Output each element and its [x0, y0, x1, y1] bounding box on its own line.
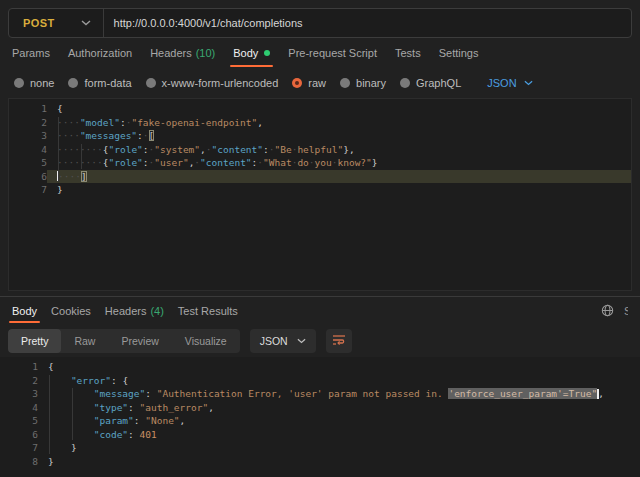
view-tab-raw[interactable]: Raw	[61, 329, 108, 353]
code-line: 2····"model":·"fake-openai-endpoint",	[9, 116, 631, 130]
indent-guide	[72, 388, 73, 440]
clipped-status-text: S	[624, 305, 628, 317]
url-input[interactable]: http://0.0.0.0:4000/v1/chat/completions	[104, 9, 631, 37]
whitespace-dots: ········	[57, 144, 103, 155]
tab-label: Body	[12, 305, 37, 317]
line-number: 1	[9, 102, 47, 116]
code-token: },	[343, 144, 354, 155]
raw-format-selector[interactable]: JSON	[487, 77, 532, 89]
code-token: "type"	[94, 402, 128, 413]
response-tab-body[interactable]: Body	[12, 297, 37, 324]
radio-label: GraphQL	[416, 77, 461, 89]
code-line: 6····]	[9, 170, 631, 184]
body-type-x-www-form-urlencoded[interactable]: x-www-form-urlencoded	[146, 77, 279, 89]
tab-label: Cookies	[51, 305, 91, 317]
code-line-content: {	[47, 102, 631, 116]
response-format-value: JSON	[260, 335, 288, 347]
code-token: "role"	[109, 144, 143, 155]
request-body-editor[interactable]: 1{2····"model":·"fake-openai-endpoint",3…	[8, 98, 632, 291]
code-token: :	[128, 402, 139, 413]
whitespace-dots: ····	[57, 130, 80, 141]
code-line: 2 "error": {	[0, 374, 640, 388]
code-token: ,	[598, 388, 604, 399]
line-number: 6	[9, 170, 47, 184]
radio-label: x-www-form-urlencoded	[162, 77, 279, 89]
code-line: 6 "code": 401	[0, 428, 640, 442]
tab-pre-request-script[interactable]: Pre-request Script	[288, 38, 377, 68]
code-token: do	[297, 157, 308, 168]
code-token: "role"	[109, 157, 143, 168]
view-tab-pretty[interactable]: Pretty	[8, 329, 61, 353]
rest-client-window: POST http://0.0.0.0:4000/v1/chat/complet…	[0, 0, 640, 477]
body-type-graphql[interactable]: GraphQL	[400, 77, 461, 89]
code-line: 7}	[9, 183, 631, 197]
body-type-raw[interactable]: raw	[292, 77, 326, 89]
code-token	[48, 429, 94, 440]
response-tab-cookies[interactable]: Cookies	[51, 297, 91, 324]
tab-authorization[interactable]: Authorization	[68, 38, 132, 68]
whitespace-dots: ········	[57, 157, 103, 168]
response-section: BodyCookiesHeaders(4)Test Results S Pret…	[0, 296, 640, 477]
indent-guide	[81, 144, 82, 169]
code-token: ,	[257, 117, 263, 128]
response-format-selector[interactable]: JSON	[250, 329, 316, 353]
code-token: :	[128, 429, 139, 440]
text-wrap-icon	[332, 334, 346, 348]
body-type-none[interactable]: none	[14, 77, 54, 89]
indent-guide	[58, 117, 59, 183]
whitespace-dots: ····	[57, 117, 80, 128]
code-token: "None"	[145, 415, 179, 426]
whitespace-dots: ·	[143, 130, 149, 141]
code-line-content: }	[38, 441, 640, 455]
tab-tests[interactable]: Tests	[395, 38, 421, 68]
view-tab-visualize[interactable]: Visualize	[172, 329, 240, 353]
code-line-content: ····]	[47, 170, 631, 184]
code-line: 7 }	[0, 441, 640, 455]
body-type-binary[interactable]: binary	[340, 77, 386, 89]
code-token: "What	[263, 157, 292, 168]
line-number: 7	[0, 441, 38, 455]
tab-label: Headers	[105, 305, 147, 317]
tab-params[interactable]: Params	[12, 38, 50, 68]
body-type-row: noneform-datax-www-form-urlencodedrawbin…	[0, 68, 640, 98]
code-token: : {	[111, 375, 128, 386]
code-line-content: }	[38, 455, 640, 469]
response-toolbar: PrettyRawPreviewVisualize JSON	[0, 324, 640, 357]
tab-count-badge: (4)	[150, 305, 163, 317]
code-token: {	[57, 103, 63, 114]
body-modified-dot	[264, 50, 270, 56]
response-tab-test-results[interactable]: Test Results	[178, 297, 238, 324]
method-selector[interactable]: POST	[9, 9, 103, 37]
code-line-content: ····"messages":·[	[47, 129, 631, 143]
response-tab-headers[interactable]: Headers(4)	[105, 297, 164, 324]
body-type-form-data[interactable]: form-data	[68, 77, 131, 89]
view-tab-preview[interactable]: Preview	[108, 329, 171, 353]
wrap-text-button[interactable]	[326, 329, 352, 353]
line-number: 4	[9, 143, 47, 157]
tab-label: Tests	[395, 47, 421, 59]
globe-icon[interactable]	[601, 304, 614, 317]
line-number: 4	[0, 401, 38, 415]
response-body-editor[interactable]: 1{2 "error": {3 "message": "Authenticati…	[0, 357, 640, 477]
line-number: 3	[9, 129, 47, 143]
radio-label: none	[30, 77, 54, 89]
code-token: "user"	[154, 157, 188, 168]
raw-format-value: JSON	[487, 77, 516, 89]
code-token: }	[57, 184, 63, 195]
code-line-content: "param": "None",	[38, 414, 640, 428]
tab-headers[interactable]: Headers(10)	[150, 38, 215, 68]
code-token: "auth_error"	[140, 402, 209, 413]
code-line-content: "message": "Authentication Error, 'user'…	[38, 387, 640, 401]
code-token: 401	[140, 429, 157, 440]
radio-icon	[146, 78, 156, 88]
code-line: 4········{"role":·"system",·"content":·"…	[9, 143, 631, 157]
line-number: 7	[9, 183, 47, 197]
code-line-content: }	[47, 183, 631, 197]
code-line: 8}	[0, 455, 640, 469]
tab-settings[interactable]: Settings	[439, 38, 479, 68]
line-number: 3	[0, 387, 38, 401]
line-number: 2	[9, 116, 47, 130]
tab-body[interactable]: Body	[233, 38, 270, 68]
code-token: know?"	[337, 157, 371, 168]
code-token	[48, 442, 71, 453]
